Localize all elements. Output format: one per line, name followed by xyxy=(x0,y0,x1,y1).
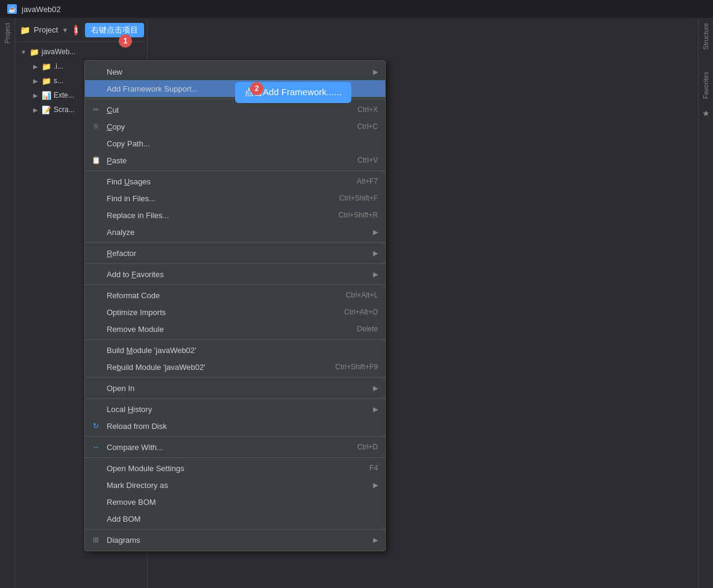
badge-1: 1 xyxy=(119,34,132,48)
menu-item-remove-bom[interactable]: Remove BOM xyxy=(85,493,385,510)
menu-item-refactor[interactable]: Refactor ▶ xyxy=(85,245,385,261)
cut-icon: ✂ xyxy=(91,105,101,114)
tree-arrow-2: ▶ xyxy=(32,63,39,70)
menu-label-remove-bom: Remove BOM xyxy=(107,498,378,507)
favorites-star-icon: ★ xyxy=(702,108,710,118)
menu-item-optimize-imports[interactable]: Optimize Imports Ctrl+Alt+O xyxy=(85,304,385,321)
sep-9 xyxy=(85,436,385,437)
step1-tooltip: 右键点击项目 xyxy=(85,23,144,37)
menu-label-analyze: Analyze xyxy=(107,228,368,237)
menu-label-reload-disk: Reload from Disk xyxy=(107,422,378,431)
menu-arrow-refactor: ▶ xyxy=(373,249,378,257)
sep-11 xyxy=(85,529,385,530)
menu-item-mark-directory[interactable]: Mark Directory as ▶ xyxy=(85,477,385,493)
tree-arrow-4: ▶ xyxy=(32,92,39,99)
menu-item-open-in[interactable]: Open In ▶ xyxy=(85,380,385,396)
scratch-icon: 📝 xyxy=(42,105,51,114)
sidebar-label-structure[interactable]: Structure xyxy=(700,18,712,55)
menu-item-diagrams[interactable]: ⊞ Diagrams ▶ xyxy=(85,531,385,548)
sidebar-left: Project xyxy=(0,18,15,588)
menu-label-new: New xyxy=(107,67,368,77)
shortcut-rebuild: Ctrl+Shift+F9 xyxy=(335,363,378,371)
menu-item-paste[interactable]: 📋 Paste Ctrl+V xyxy=(85,152,385,169)
menu-label-find-in-files: Find in Files... xyxy=(107,194,335,203)
menu-item-find-in-files[interactable]: Find in Files... Ctrl+Shift+F xyxy=(85,190,385,207)
project-title: Project xyxy=(34,25,58,34)
menu-item-remove-module[interactable]: Remove Module Delete xyxy=(85,321,385,337)
menu-label-cut: Cut xyxy=(107,105,353,114)
menu-label-replace-in-files: Replace in Files... xyxy=(107,211,334,220)
context-menu: New ▶ Add Framework Support... ✂ Cut Ctr… xyxy=(84,60,386,551)
sep-4 xyxy=(85,263,385,264)
tree-label-5: Scra... xyxy=(54,105,75,114)
title-bar: ☕ javaWeb02 xyxy=(0,0,713,18)
sep-8 xyxy=(85,398,385,399)
tree-arrow: ▼ xyxy=(20,48,27,55)
tree-label: javaWeb... xyxy=(42,48,75,56)
menu-label-refactor: Refactor xyxy=(107,249,368,258)
folder-icon-header: 📁 xyxy=(20,25,30,35)
menu-arrow-diagrams: ▶ xyxy=(373,536,378,544)
menu-item-add-favorites[interactable]: Add to Favorites ▶ xyxy=(85,266,385,283)
tree-arrow-5: ▶ xyxy=(32,106,39,113)
sep-5 xyxy=(85,284,385,285)
menu-item-cut[interactable]: ✂ Cut Ctrl+X xyxy=(85,101,385,118)
ext-icon: 📊 xyxy=(42,91,51,100)
sep-2 xyxy=(85,170,385,171)
menu-arrow-favorites: ▶ xyxy=(373,271,378,278)
menu-item-new[interactable]: New ▶ xyxy=(85,63,385,80)
shortcut-reformat: Ctrl+Alt+L xyxy=(346,291,378,299)
menu-item-analyze[interactable]: Analyze ▶ xyxy=(85,224,385,240)
folder-icon-2: 📁 xyxy=(42,62,51,71)
shortcut-remove-module: Delete xyxy=(357,325,378,333)
menu-label-reformat: Reformat Code xyxy=(107,291,341,300)
menu-label-copy-path: Copy Path... xyxy=(107,139,378,148)
menu-item-add-bom[interactable]: Add BOM xyxy=(85,510,385,527)
compare-icon: ↔ xyxy=(91,443,101,451)
sidebar-label-favorites[interactable]: Favorites xyxy=(700,67,712,104)
module-icon: 📁 xyxy=(30,48,39,57)
menu-item-open-module-settings[interactable]: Open Module Settings F4 xyxy=(85,460,385,477)
menu-label-build-module: Build Module 'javaWeb02' xyxy=(107,346,378,355)
menu-item-local-history[interactable]: Local History ▶ xyxy=(85,401,385,418)
dropdown-arrow[interactable]: ▼ xyxy=(61,27,68,34)
diagrams-icon: ⊞ xyxy=(91,536,101,544)
shortcut-cut: Ctrl+X xyxy=(357,105,378,114)
tree-label-3: s... xyxy=(54,77,63,85)
shortcut-replace-in-files: Ctrl+Shift+R xyxy=(339,211,378,219)
badge-project: 1 xyxy=(74,25,78,36)
menu-item-reformat[interactable]: Reformat Code Ctrl+Alt+L xyxy=(85,287,385,304)
menu-arrow-analyze: ▶ xyxy=(373,228,378,236)
menu-label-open-in: Open In xyxy=(107,384,368,393)
menu-item-reload-disk[interactable]: ↻ Reload from Disk xyxy=(85,418,385,434)
menu-label-compare-with: Compare With... xyxy=(107,443,353,452)
shortcut-copy: Ctrl+C xyxy=(357,122,378,131)
menu-label-add-favorites: Add to Favorites xyxy=(107,270,368,279)
menu-arrow-open-in: ▶ xyxy=(373,384,378,392)
menu-label-copy: Copy xyxy=(107,122,353,131)
menu-item-copy[interactable]: ⎘ Copy Ctrl+C xyxy=(85,118,385,135)
shortcut-paste: Ctrl+V xyxy=(357,156,378,164)
menu-item-replace-in-files[interactable]: Replace in Files... Ctrl+Shift+R xyxy=(85,207,385,224)
menu-label-add-bom: Add BOM xyxy=(107,514,378,524)
sep-7 xyxy=(85,377,385,378)
app-icon: ☕ xyxy=(7,4,17,14)
menu-item-build-module[interactable]: Build Module 'javaWeb02' xyxy=(85,342,385,358)
sidebar-label-project[interactable]: Project xyxy=(1,18,13,48)
menu-arrow-mark-directory: ▶ xyxy=(373,481,378,489)
title-bar-text: javaWeb02 xyxy=(22,5,61,14)
menu-arrow-local-history: ▶ xyxy=(373,405,378,413)
menu-item-rebuild-module[interactable]: Rebuild Module 'javaWeb02' Ctrl+Shift+F9 xyxy=(85,358,385,375)
menu-label-local-history: Local History xyxy=(107,405,368,414)
menu-label-diagrams: Diagrams xyxy=(107,536,368,545)
sidebar-right: Structure Favorites ★ xyxy=(698,18,713,588)
shortcut-module-settings: F4 xyxy=(369,464,378,472)
badge-2: 2 xyxy=(250,82,263,95)
menu-label-open-module-settings: Open Module Settings xyxy=(107,464,365,473)
menu-item-find-usages[interactable]: Find Usages Alt+F7 xyxy=(85,173,385,190)
menu-label-optimize-imports: Optimize Imports xyxy=(107,308,339,317)
menu-item-compare-with[interactable]: ↔ Compare With... Ctrl+D xyxy=(85,439,385,455)
menu-arrow-new: ▶ xyxy=(373,68,378,76)
menu-label-find-usages: Find Usages xyxy=(107,177,352,186)
menu-item-copy-path[interactable]: Copy Path... xyxy=(85,135,385,152)
